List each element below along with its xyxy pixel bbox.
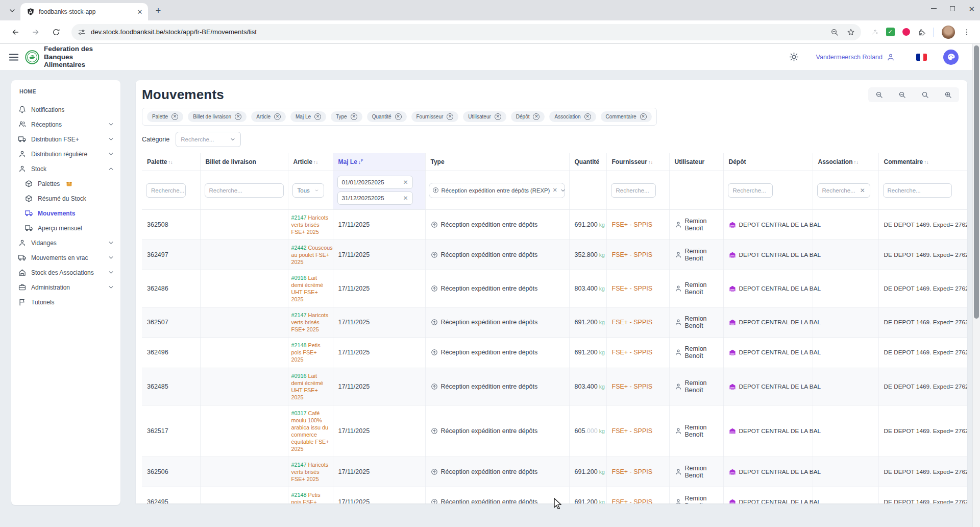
browser-tab[interactable]: foodbanks-stock-app ✕	[20, 3, 148, 20]
window-maximize-button[interactable]	[950, 6, 955, 11]
sidebar-item-distribution-fse[interactable]: Distribution FSE+	[18, 132, 114, 147]
category-select[interactable]: Recherche...	[176, 132, 241, 147]
table-row[interactable]: 362497 #2442Couscous au poulet FSE+ 2025…	[142, 240, 967, 270]
filter-chip[interactable]: Article ✕	[251, 111, 286, 122]
sidebar-item-vidanges[interactable]: Vidanges	[18, 235, 114, 250]
table-row[interactable]: 362507 #2147Haricots verts brisés FSE+ 2…	[142, 307, 967, 338]
chip-remove-icon[interactable]: ✕	[172, 113, 178, 120]
clear-icon[interactable]: ✕	[860, 187, 865, 194]
table-row[interactable]: 362517 #0317Café moulu 100% arabica issu…	[142, 405, 967, 457]
col-header-type: Type	[425, 153, 569, 171]
sidebar-item-palettes[interactable]: Palettes	[25, 176, 114, 191]
tab-close-icon[interactable]: ✕	[136, 8, 144, 16]
chip-remove-icon[interactable]: ✕	[395, 113, 402, 120]
zoom-in-icon[interactable]	[944, 91, 952, 99]
sidebar-item-administration[interactable]: Administration	[18, 280, 114, 295]
zoom-out-icon[interactable]	[875, 91, 883, 99]
theme-toggle-icon[interactable]	[789, 52, 799, 62]
date-to-filter[interactable]: 31/12/20252025✕	[337, 191, 413, 205]
filter-chip[interactable]: Billet de livraison ✕	[188, 111, 247, 122]
clear-icon[interactable]: ✕	[403, 195, 408, 202]
filter-chip[interactable]: Maj Le ✕	[290, 111, 326, 122]
col-header-association[interactable]: Association↑↓	[813, 153, 878, 171]
filter-chip[interactable]: Utilisateur ✕	[463, 111, 506, 122]
col-header-fournisseur[interactable]: Fournisseur↑↓	[606, 153, 669, 171]
table-row[interactable]: 362506 #2147Haricots verts brisés FSE+ 2…	[142, 457, 967, 487]
record-extension-icon[interactable]	[902, 28, 910, 36]
sidebar-item-mouvements-en-vrac[interactable]: Mouvements en vrac	[18, 250, 114, 265]
browser-menu-icon[interactable]	[963, 28, 971, 36]
check-extension-icon[interactable]: ✓	[886, 28, 895, 36]
sidebar-item-stock[interactable]: Stock	[18, 161, 114, 176]
chip-remove-icon[interactable]: ✕	[533, 113, 540, 120]
col-header-commentaire[interactable]: Commentaire↑↓	[878, 153, 967, 171]
date-from-filter[interactable]: 01/01/20252025✕	[337, 176, 413, 189]
sidebar-item-tutoriels[interactable]: Tutoriels	[18, 295, 114, 309]
url-text[interactable]: dev.stock.foodbanksit.be/stock/app/fr-BE…	[91, 28, 825, 36]
sidebar-item-apercu-mensuel[interactable]: Aperçu mensuel	[25, 221, 114, 235]
palette-filter-select[interactable]: Recherche...	[146, 183, 186, 198]
page-zoom-icon[interactable]	[830, 28, 839, 36]
new-tab-button[interactable]: +	[151, 4, 165, 18]
filter-chip[interactable]: Type ✕	[331, 111, 362, 122]
fournisseur-filter-select[interactable]: Recherche...	[611, 183, 656, 198]
reload-button[interactable]	[48, 24, 64, 40]
chip-remove-icon[interactable]: ✕	[447, 113, 453, 120]
user-menu[interactable]: Vandermeersch Roland	[816, 53, 895, 61]
table-row[interactable]: 362496 #2148Petis pois FSE+ 2025 17/11/2…	[142, 338, 967, 368]
table-row[interactable]: 362508 #2147Haricots verts brisés FSE+ 2…	[142, 210, 967, 240]
filter-chip[interactable]: Palette ✕	[147, 111, 183, 122]
chip-remove-icon[interactable]: ✕	[351, 113, 357, 120]
filter-chip[interactable]: Fournisseur ✕	[411, 111, 459, 122]
col-header-maj-le[interactable]: Maj Le↓F	[333, 153, 425, 171]
movements-table: Palette↑↓ Billet de livraison Article↑↓ …	[142, 153, 967, 504]
extensions-puzzle-icon[interactable]	[918, 28, 926, 36]
scrollbar-thumb[interactable]	[974, 45, 979, 319]
table-row[interactable]: 362485 #0916Lait demi écrémé UHT FSE+ 20…	[142, 368, 967, 405]
address-bar[interactable]: dev.stock.foodbanksit.be/stock/app/fr-BE…	[71, 24, 861, 40]
sidebar-item-resume-du-stock[interactable]: Résumé du Stock	[25, 191, 114, 206]
filter-chip[interactable]: Association ✕	[549, 111, 596, 122]
site-settings-icon[interactable]	[78, 28, 86, 36]
language-flag-fr[interactable]	[916, 54, 927, 61]
commentaire-filter-input[interactable]	[883, 183, 952, 198]
cell-type: Réception expédition entre dépôts	[425, 487, 569, 504]
chip-remove-icon[interactable]: ✕	[584, 113, 591, 120]
theme-palette-button[interactable]	[943, 50, 959, 65]
sidebar-item-distribution-reguliere[interactable]: Distribution régulière	[18, 147, 114, 161]
back-button[interactable]	[7, 24, 23, 40]
chip-remove-icon[interactable]: ✕	[640, 113, 647, 120]
forward-button[interactable]	[28, 24, 44, 40]
clear-icon[interactable]: ✕	[552, 187, 557, 194]
filter-chip[interactable]: Commentaire ✕	[601, 111, 652, 122]
tab-search-button[interactable]	[5, 4, 19, 18]
sidebar-item-notifications[interactable]: Notifications	[18, 102, 114, 117]
browser-profile-avatar[interactable]	[942, 26, 955, 39]
col-header-article[interactable]: Article↑↓	[288, 153, 333, 171]
search-icon[interactable]	[921, 91, 929, 99]
zoom-reset-icon[interactable]	[898, 91, 906, 99]
sidebar-item-receptions[interactable]: Réceptions	[18, 117, 114, 132]
bookmark-star-icon[interactable]	[847, 28, 855, 36]
hamburger-menu-icon[interactable]	[8, 52, 19, 63]
billet-filter-input[interactable]	[205, 183, 284, 198]
filter-chip[interactable]: Quantité ✕	[367, 111, 407, 122]
sidebar-item-mouvements[interactable]: Mouvements	[25, 206, 114, 221]
table-row[interactable]: 362486 #0916Lait demi écrémé UHT FSE+ 20…	[142, 270, 967, 307]
chip-remove-icon[interactable]: ✕	[274, 113, 281, 120]
chip-remove-icon[interactable]: ✕	[495, 113, 501, 120]
clear-icon[interactable]: ✕	[403, 179, 408, 186]
chip-remove-icon[interactable]: ✕	[314, 113, 321, 120]
window-close-button[interactable]: ✕	[968, 5, 975, 13]
window-minimize-button[interactable]	[931, 8, 937, 9]
association-filter-select[interactable]: Recherche... ✕	[817, 183, 870, 198]
filter-chip[interactable]: Dépôt ✕	[511, 111, 545, 122]
sidebar-item-stock-des-associations[interactable]: Stock des Associations	[18, 265, 114, 280]
depot-filter-select[interactable]: Recherche...	[728, 183, 773, 198]
page-scrollbar[interactable]	[972, 44, 980, 527]
chip-remove-icon[interactable]: ✕	[235, 113, 241, 120]
article-filter-select[interactable]: Tous	[292, 183, 324, 198]
type-filter-select[interactable]: Réception expédition entre dépôts (REXP)…	[429, 183, 565, 198]
wand-extension-icon[interactable]	[870, 28, 878, 36]
col-header-palette[interactable]: Palette↑↓	[142, 153, 200, 171]
